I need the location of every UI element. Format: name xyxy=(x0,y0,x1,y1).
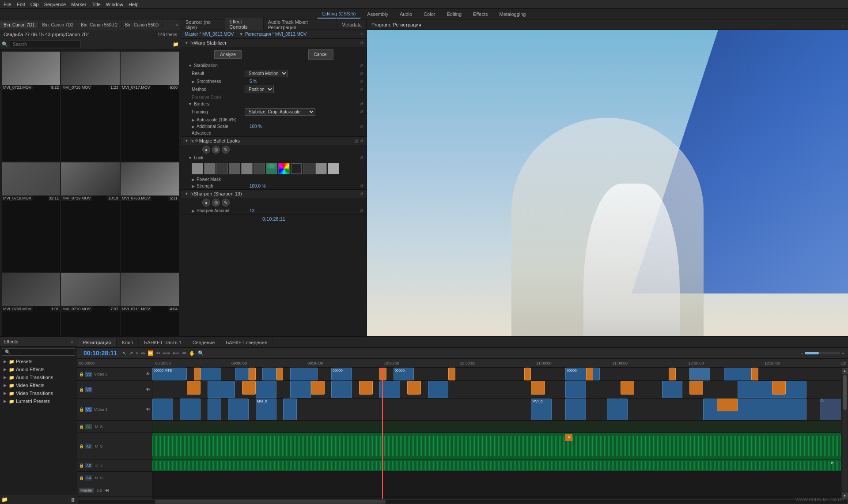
media-thumb-5[interactable]: MVI_0768.MOV 5:11 xyxy=(121,162,179,272)
ec-menu-icon[interactable]: ≡ xyxy=(360,32,363,37)
bin-tab-7d1[interactable]: Bin: Canon 7D1 xyxy=(0,22,39,28)
clip-v2-orange4[interactable] xyxy=(359,381,373,395)
menu-title[interactable]: Title xyxy=(91,2,100,7)
a2-marker[interactable]: ⚑ xyxy=(565,434,572,441)
media-thumb-4[interactable]: MVI_0719.MOV 10:19 xyxy=(61,162,119,272)
clip-v3-orange5[interactable] xyxy=(448,368,455,380)
clip-v2-orange6[interactable] xyxy=(531,381,545,395)
tl-timecode-display[interactable]: 00:10:28:11 xyxy=(80,349,121,357)
swatch-1[interactable] xyxy=(204,163,216,174)
program-tab-main[interactable]: Program: Регистрация xyxy=(367,21,426,29)
tab-metadata[interactable]: Metadata xyxy=(337,21,367,29)
fx-sh-btn1[interactable]: ● xyxy=(202,199,210,207)
menu-help[interactable]: Help xyxy=(129,2,139,7)
tree-lumetri-presets[interactable]: ▶ 📁 Lumetri Presets xyxy=(0,397,77,405)
media-thumb-3[interactable]: MVI_0718.MOV 32:11 xyxy=(2,162,60,272)
swatch-0[interactable] xyxy=(192,163,203,174)
menu-edit[interactable]: Edit xyxy=(17,2,25,7)
clip-v3-7[interactable]: 00000. xyxy=(394,368,414,380)
clip-v1-2[interactable] xyxy=(180,399,201,420)
clip-v3-5[interactable] xyxy=(290,368,318,380)
a3-lock[interactable]: 🔒 xyxy=(79,463,84,468)
swatch-5[interactable] xyxy=(254,163,265,174)
master-clip-name[interactable]: Master * MVI_0813.MOV xyxy=(185,32,234,37)
clip-v1-3[interactable] xyxy=(208,399,221,420)
clip-v2-6[interactable] xyxy=(428,381,449,398)
result-dropdown[interactable]: Smooth Motion xyxy=(245,70,288,77)
ws-tab-audio[interactable]: Audio xyxy=(394,10,417,18)
a4-s[interactable]: S xyxy=(100,476,103,480)
bin-tab-7d2[interactable]: Bin: Canon 7D2 xyxy=(39,22,78,28)
a2-lock[interactable]: 🔒 xyxy=(79,444,84,448)
tl-zoom-in[interactable]: + xyxy=(841,350,845,356)
clip-v1-9[interactable] xyxy=(607,399,628,420)
tl-zoom-out[interactable]: - xyxy=(800,350,804,356)
menu-window[interactable]: Window xyxy=(106,2,123,7)
delete-effect-btn[interactable]: 🗑 xyxy=(71,497,76,502)
v1-lock[interactable]: 🔒 xyxy=(79,407,84,412)
tl-tab-banket-svedenie[interactable]: БАНКЕТ сведение xyxy=(220,339,273,346)
master-btn[interactable]: ⏮ xyxy=(105,488,109,493)
clip-v3-orange8[interactable] xyxy=(669,368,676,380)
clip-v1-1[interactable] xyxy=(152,399,173,420)
tl-tool-track-select[interactable]: ↗ xyxy=(128,350,134,357)
cancel-button[interactable]: Cancel xyxy=(308,49,333,60)
ws-tab-editing-css5[interactable]: Editing (CSS.5) xyxy=(317,10,361,19)
clip-v2-orange8[interactable] xyxy=(689,381,703,395)
fx-mb-extra1[interactable]: ⊞ xyxy=(354,139,358,143)
menu-marker[interactable]: Marker xyxy=(71,2,86,7)
tl-tool-ripple[interactable]: ≈ xyxy=(135,350,139,356)
tl-tool-slide[interactable]: ⟸ xyxy=(172,350,181,357)
tree-video-effects[interactable]: ▶ 📁 Video Effects xyxy=(0,381,77,389)
clip-v3-orange9[interactable] xyxy=(751,368,758,380)
clip-v3-orange7[interactable] xyxy=(586,368,593,380)
a4-m[interactable]: M xyxy=(95,476,98,480)
h-scroll-thumb[interactable] xyxy=(155,500,386,504)
tree-video-transitions[interactable]: ▶ 📁 Video Transitions xyxy=(0,389,77,397)
tab-source[interactable]: Source: (no clips) xyxy=(181,18,225,31)
tree-presets[interactable]: ▶ 📁 Presets xyxy=(0,357,77,365)
sa-reset[interactable]: ↺ xyxy=(360,208,363,213)
tl-tool-select[interactable]: ↖ xyxy=(121,350,127,357)
swatch-6[interactable] xyxy=(266,163,277,174)
swatch-8[interactable] xyxy=(291,163,302,174)
fx-sh-btn2[interactable]: ⊞ xyxy=(212,199,220,207)
clip-v1-orange1[interactable] xyxy=(717,399,738,411)
strength-reset[interactable]: ↺ xyxy=(360,184,363,188)
clip-v2-3[interactable] xyxy=(290,381,311,398)
ws-tab-effects[interactable]: Effects xyxy=(468,10,493,18)
menu-file[interactable]: File xyxy=(4,2,11,7)
a1-lock[interactable]: 🔒 xyxy=(79,425,84,429)
tl-zoom-slider[interactable] xyxy=(805,352,840,354)
scroll-up-btn[interactable]: ▲ xyxy=(842,368,848,374)
v3-eye[interactable]: 👁 xyxy=(146,372,150,376)
v1-eye[interactable]: 👁 xyxy=(146,407,150,412)
swatch-7[interactable] xyxy=(278,163,290,174)
clip-v3-9[interactable] xyxy=(689,368,710,380)
v2-eye[interactable]: 👁 xyxy=(146,387,150,392)
menu-sequence[interactable]: Sequence xyxy=(44,2,66,7)
tl-tab-clip[interactable]: Клип xyxy=(117,339,139,346)
clip-v3-orange3[interactable] xyxy=(276,368,284,380)
clip-v3-6[interactable]: 00000 xyxy=(331,368,352,380)
clip-v2-orange5[interactable] xyxy=(407,381,421,395)
tl-tab-svedenie[interactable]: Сведение xyxy=(187,339,220,346)
framing-reset[interactable]: ↺ xyxy=(360,109,363,114)
tl-tool-rate[interactable]: ⏩ xyxy=(147,350,155,357)
fx-warp-reset[interactable]: ↺ xyxy=(360,41,363,45)
v2-lock[interactable]: 🔒 xyxy=(79,387,84,392)
tree-audio-effects[interactable]: ▶ 📁 Audio Effects xyxy=(0,365,77,373)
clip-v3-3[interactable] xyxy=(235,368,249,380)
a2-m[interactable]: M xyxy=(95,444,98,448)
method-reset[interactable]: ↺ xyxy=(360,87,363,92)
analyze-button[interactable]: Analyze xyxy=(214,50,242,59)
bin-search-input[interactable] xyxy=(10,41,80,48)
tab-effect-controls[interactable]: Effect Controls xyxy=(225,18,264,32)
h-scroll-track[interactable] xyxy=(78,500,847,504)
ws-tab-editing[interactable]: Editing xyxy=(441,10,467,18)
method-dropdown[interactable]: Position xyxy=(245,86,274,93)
tl-tool-hand[interactable]: ✋ xyxy=(188,350,196,357)
clip-v1-6[interactable] xyxy=(283,399,297,420)
addscale-reset[interactable]: ↺ xyxy=(360,124,363,129)
tl-tab-banket1[interactable]: БАНКЕТ Часть 1 xyxy=(139,339,187,346)
